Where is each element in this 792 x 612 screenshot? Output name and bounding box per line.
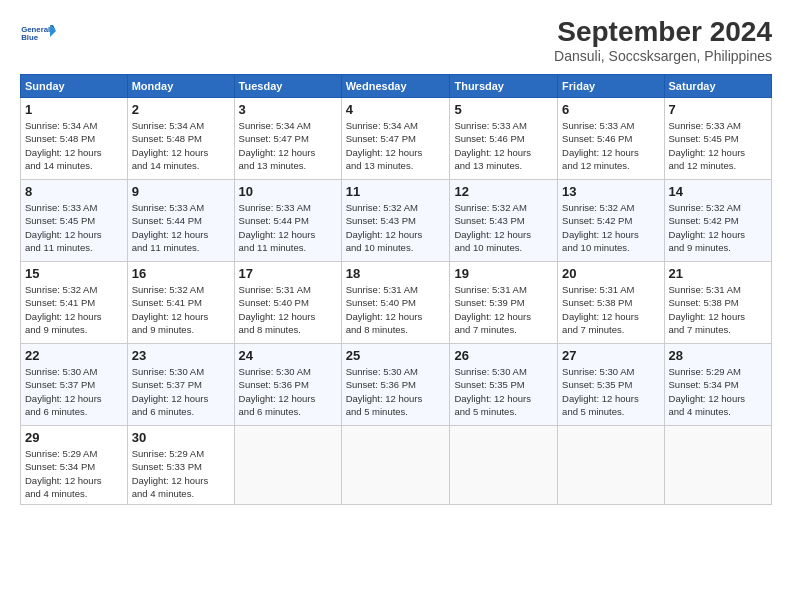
day-cell-19: 19 Sunrise: 5:31 AMSunset: 5:39 PMDaylig… [450,262,558,344]
svg-text:General: General [21,25,50,34]
day-cell-15: 15 Sunrise: 5:32 AMSunset: 5:41 PMDaylig… [21,262,128,344]
day-info: Sunrise: 5:33 AMSunset: 5:46 PMDaylight:… [454,120,531,171]
empty-cell [341,426,450,505]
day-info: Sunrise: 5:32 AMSunset: 5:43 PMDaylight:… [346,202,423,253]
day-number: 1 [25,102,123,117]
day-cell-1: 1 Sunrise: 5:34 AMSunset: 5:48 PMDayligh… [21,98,128,180]
day-cell-8: 8 Sunrise: 5:33 AMSunset: 5:45 PMDayligh… [21,180,128,262]
page-header: General Blue September 2024 Dansuli, Soc… [20,16,772,64]
day-number: 4 [346,102,446,117]
day-info: Sunrise: 5:31 AMSunset: 5:39 PMDaylight:… [454,284,531,335]
day-number: 17 [239,266,337,281]
day-number: 19 [454,266,553,281]
day-info: Sunrise: 5:31 AMSunset: 5:38 PMDaylight:… [562,284,639,335]
day-info: Sunrise: 5:30 AMSunset: 5:35 PMDaylight:… [454,366,531,417]
day-number: 15 [25,266,123,281]
day-cell-10: 10 Sunrise: 5:33 AMSunset: 5:44 PMDaylig… [234,180,341,262]
day-info: Sunrise: 5:33 AMSunset: 5:45 PMDaylight:… [25,202,102,253]
day-info: Sunrise: 5:30 AMSunset: 5:35 PMDaylight:… [562,366,639,417]
day-cell-25: 25 Sunrise: 5:30 AMSunset: 5:36 PMDaylig… [341,344,450,426]
day-number: 10 [239,184,337,199]
location-subtitle: Dansuli, Soccsksargen, Philippines [554,48,772,64]
header-wednesday: Wednesday [341,75,450,98]
day-number: 22 [25,348,123,363]
day-number: 25 [346,348,446,363]
day-number: 29 [25,430,123,445]
day-info: Sunrise: 5:32 AMSunset: 5:43 PMDaylight:… [454,202,531,253]
calendar-table: Sunday Monday Tuesday Wednesday Thursday… [20,74,772,505]
day-number: 3 [239,102,337,117]
header-saturday: Saturday [664,75,771,98]
day-info: Sunrise: 5:31 AMSunset: 5:40 PMDaylight:… [346,284,423,335]
day-info: Sunrise: 5:31 AMSunset: 5:40 PMDaylight:… [239,284,316,335]
day-cell-7: 7 Sunrise: 5:33 AMSunset: 5:45 PMDayligh… [664,98,771,180]
week-row-3: 15 Sunrise: 5:32 AMSunset: 5:41 PMDaylig… [21,262,772,344]
day-info: Sunrise: 5:32 AMSunset: 5:42 PMDaylight:… [562,202,639,253]
day-info: Sunrise: 5:30 AMSunset: 5:36 PMDaylight:… [346,366,423,417]
day-number: 21 [669,266,767,281]
day-info: Sunrise: 5:30 AMSunset: 5:36 PMDaylight:… [239,366,316,417]
day-cell-17: 17 Sunrise: 5:31 AMSunset: 5:40 PMDaylig… [234,262,341,344]
day-number: 30 [132,430,230,445]
day-number: 23 [132,348,230,363]
day-info: Sunrise: 5:33 AMSunset: 5:45 PMDaylight:… [669,120,746,171]
day-cell-5: 5 Sunrise: 5:33 AMSunset: 5:46 PMDayligh… [450,98,558,180]
day-cell-4: 4 Sunrise: 5:34 AMSunset: 5:47 PMDayligh… [341,98,450,180]
day-cell-28: 28 Sunrise: 5:29 AMSunset: 5:34 PMDaylig… [664,344,771,426]
empty-cell [450,426,558,505]
header-thursday: Thursday [450,75,558,98]
day-info: Sunrise: 5:33 AMSunset: 5:44 PMDaylight:… [132,202,209,253]
day-cell-23: 23 Sunrise: 5:30 AMSunset: 5:37 PMDaylig… [127,344,234,426]
day-info: Sunrise: 5:30 AMSunset: 5:37 PMDaylight:… [132,366,209,417]
week-row-1: 1 Sunrise: 5:34 AMSunset: 5:48 PMDayligh… [21,98,772,180]
day-info: Sunrise: 5:29 AMSunset: 5:34 PMDaylight:… [669,366,746,417]
title-block: September 2024 Dansuli, Soccsksargen, Ph… [554,16,772,64]
empty-cell [558,426,664,505]
day-number: 28 [669,348,767,363]
day-info: Sunrise: 5:31 AMSunset: 5:38 PMDaylight:… [669,284,746,335]
day-cell-13: 13 Sunrise: 5:32 AMSunset: 5:42 PMDaylig… [558,180,664,262]
day-info: Sunrise: 5:29 AMSunset: 5:33 PMDaylight:… [132,448,209,499]
day-number: 20 [562,266,659,281]
day-cell-29: 29 Sunrise: 5:29 AMSunset: 5:34 PMDaylig… [21,426,128,505]
day-number: 27 [562,348,659,363]
calendar-page: General Blue September 2024 Dansuli, Soc… [0,0,792,612]
logo-icon: General Blue [20,16,56,52]
day-cell-24: 24 Sunrise: 5:30 AMSunset: 5:36 PMDaylig… [234,344,341,426]
day-cell-18: 18 Sunrise: 5:31 AMSunset: 5:40 PMDaylig… [341,262,450,344]
empty-cell [234,426,341,505]
day-cell-30: 30 Sunrise: 5:29 AMSunset: 5:33 PMDaylig… [127,426,234,505]
day-info: Sunrise: 5:34 AMSunset: 5:48 PMDaylight:… [132,120,209,171]
day-info: Sunrise: 5:34 AMSunset: 5:48 PMDaylight:… [25,120,102,171]
day-cell-9: 9 Sunrise: 5:33 AMSunset: 5:44 PMDayligh… [127,180,234,262]
day-number: 5 [454,102,553,117]
day-cell-20: 20 Sunrise: 5:31 AMSunset: 5:38 PMDaylig… [558,262,664,344]
day-number: 8 [25,184,123,199]
day-number: 7 [669,102,767,117]
header-sunday: Sunday [21,75,128,98]
week-row-4: 22 Sunrise: 5:30 AMSunset: 5:37 PMDaylig… [21,344,772,426]
empty-cell [664,426,771,505]
day-number: 12 [454,184,553,199]
day-info: Sunrise: 5:29 AMSunset: 5:34 PMDaylight:… [25,448,102,499]
header-monday: Monday [127,75,234,98]
week-row-5: 29 Sunrise: 5:29 AMSunset: 5:34 PMDaylig… [21,426,772,505]
day-info: Sunrise: 5:34 AMSunset: 5:47 PMDaylight:… [239,120,316,171]
day-info: Sunrise: 5:33 AMSunset: 5:44 PMDaylight:… [239,202,316,253]
day-cell-2: 2 Sunrise: 5:34 AMSunset: 5:48 PMDayligh… [127,98,234,180]
day-cell-14: 14 Sunrise: 5:32 AMSunset: 5:42 PMDaylig… [664,180,771,262]
month-title: September 2024 [554,16,772,48]
day-cell-3: 3 Sunrise: 5:34 AMSunset: 5:47 PMDayligh… [234,98,341,180]
day-info: Sunrise: 5:32 AMSunset: 5:41 PMDaylight:… [132,284,209,335]
day-cell-12: 12 Sunrise: 5:32 AMSunset: 5:43 PMDaylig… [450,180,558,262]
day-number: 18 [346,266,446,281]
day-number: 11 [346,184,446,199]
header-friday: Friday [558,75,664,98]
day-cell-27: 27 Sunrise: 5:30 AMSunset: 5:35 PMDaylig… [558,344,664,426]
day-cell-26: 26 Sunrise: 5:30 AMSunset: 5:35 PMDaylig… [450,344,558,426]
logo: General Blue [20,16,56,52]
day-info: Sunrise: 5:32 AMSunset: 5:42 PMDaylight:… [669,202,746,253]
svg-text:Blue: Blue [21,33,39,42]
day-info: Sunrise: 5:33 AMSunset: 5:46 PMDaylight:… [562,120,639,171]
day-number: 16 [132,266,230,281]
